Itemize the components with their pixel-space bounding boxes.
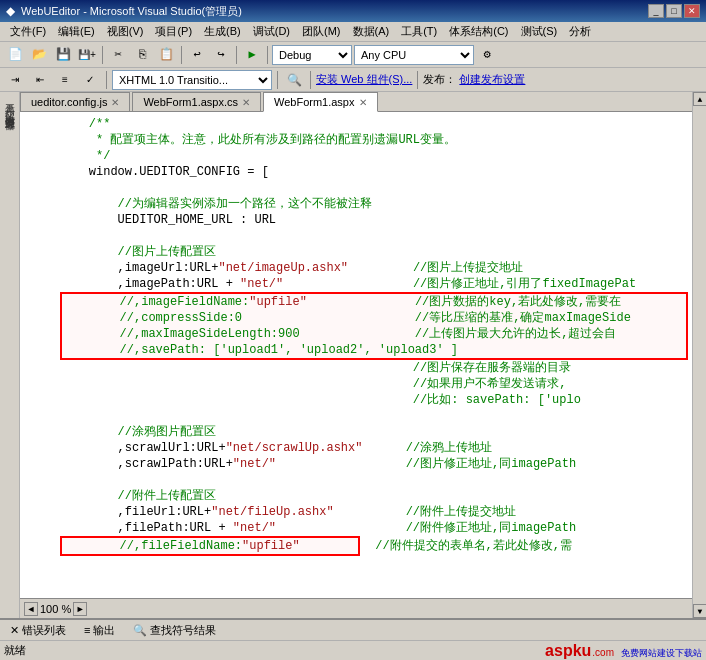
open-btn[interactable]: 📂 bbox=[28, 44, 50, 66]
indent-btn[interactable]: ⇥ bbox=[4, 69, 26, 91]
code-line: ,scrawlUrl:URL+"net/scrawlUp.ashx" //涂鸦上… bbox=[20, 440, 692, 456]
title-text: WebUEditor - Microsoft Visual Studio(管理员… bbox=[21, 4, 648, 19]
scroll-track[interactable] bbox=[693, 106, 706, 604]
code-line: //,maxImageSideLength:900 //上传图片最大允许的边长,… bbox=[62, 326, 686, 342]
menu-tools[interactable]: 工具(T) bbox=[395, 23, 443, 40]
menu-edit[interactable]: 编辑(E) bbox=[52, 23, 101, 40]
find-results-tab[interactable]: 🔍 查找符号结果 bbox=[127, 622, 222, 639]
code-line: ,imagePath:URL + "net/" //图片修正地址,引用了fixe… bbox=[20, 276, 692, 292]
error-list-label: 错误列表 bbox=[22, 623, 66, 638]
validation-dropdown[interactable]: XHTML 1.0 Transitio... bbox=[112, 70, 272, 90]
menu-analyze[interactable]: 分析 bbox=[563, 23, 597, 40]
sep3 bbox=[236, 46, 237, 64]
maximize-button[interactable]: □ bbox=[666, 4, 682, 18]
copy-btn[interactable]: ⎘ bbox=[131, 44, 153, 66]
code-line: //如果用户不希望发送请求, bbox=[20, 376, 692, 392]
debug-config-dropdown[interactable]: Debug Release bbox=[272, 45, 352, 65]
publish-label: 发布： bbox=[423, 72, 456, 87]
code-line: ,filePath:URL + "net/" //附件修正地址,同imagePa… bbox=[20, 520, 692, 536]
sidebar-editor[interactable]: 解决方案资源管理器 bbox=[3, 105, 17, 114]
zoom-status-bar: ◄ 100 % ► bbox=[20, 598, 692, 618]
find-results-label: 查找符号结果 bbox=[150, 623, 216, 638]
cut-btn[interactable]: ✂ bbox=[107, 44, 129, 66]
code-line: //图片保存在服务器端的目录 bbox=[20, 360, 692, 376]
tab-webform-aspx[interactable]: WebForm1.aspx ✕ bbox=[263, 92, 378, 112]
error-list-tab[interactable]: ✕ 错误列表 bbox=[4, 622, 72, 639]
scroll-up-btn[interactable]: ▲ bbox=[693, 92, 706, 106]
install-web-components-link[interactable]: 安装 Web 组件(S)... bbox=[316, 72, 412, 87]
menu-build[interactable]: 生成(B) bbox=[198, 23, 247, 40]
code-line: //附件上传配置区 bbox=[20, 488, 692, 504]
status-bottom-bar: 就绪 aspku .com 免费网站建设下载站 bbox=[0, 640, 706, 660]
menu-test[interactable]: 测试(S) bbox=[515, 23, 564, 40]
zoom-out-btn[interactable]: ◄ bbox=[24, 602, 38, 616]
code-line: //,imageFieldName:"upfile" //图片数据的key,若此… bbox=[62, 294, 686, 310]
new-btn[interactable]: 📄 bbox=[4, 44, 26, 66]
format-btn[interactable]: ≡ bbox=[54, 69, 76, 91]
paste-btn[interactable]: 📋 bbox=[155, 44, 177, 66]
secondary-toolbar: ⇥ ⇤ ≡ ✓ XHTML 1.0 Transitio... 🔍 安装 Web … bbox=[0, 68, 706, 92]
main-toolbar: 📄 📂 💾 💾+ ✂ ⎘ 📋 ↩ ↪ ▶ Debug Release Any C… bbox=[0, 42, 706, 68]
code-line: //为编辑器实例添加一个路径，这个不能被注释 bbox=[20, 196, 692, 212]
run-btn[interactable]: ▶ bbox=[241, 44, 263, 66]
redo-btn[interactable]: ↪ bbox=[210, 44, 232, 66]
tab-close-icon[interactable]: ✕ bbox=[359, 97, 367, 108]
tab-webform-cs[interactable]: WebForm1.aspx.cs ✕ bbox=[132, 92, 261, 111]
code-content: /** * 配置项主体。注意，此处所有涉及到路径的配置别遗漏URL变量。 */ … bbox=[20, 112, 692, 560]
aspku-logo: aspku bbox=[545, 642, 591, 660]
aspku-branding: aspku .com 免费网站建设下载站 bbox=[545, 642, 702, 660]
code-line: * 配置项主体。注意，此处所有涉及到路径的配置别遗漏URL变量。 bbox=[20, 132, 692, 148]
zoom-control: ◄ 100 % ► bbox=[24, 602, 87, 616]
code-line bbox=[20, 180, 692, 196]
save-all-btn[interactable]: 💾+ bbox=[76, 44, 98, 66]
code-editor[interactable]: /** * 配置项主体。注意，此处所有涉及到路径的配置别遗漏URL变量。 */ … bbox=[20, 112, 692, 598]
tab-close-icon[interactable]: ✕ bbox=[111, 97, 119, 108]
menu-project[interactable]: 项目(P) bbox=[149, 23, 198, 40]
menu-file[interactable]: 文件(F) bbox=[4, 23, 52, 40]
scroll-down-btn[interactable]: ▼ bbox=[693, 604, 706, 618]
code-line: //比如: savePath: ['uplo bbox=[20, 392, 692, 408]
close-button[interactable]: ✕ bbox=[684, 4, 700, 18]
sidebar-toolbox[interactable]: 工具箱 bbox=[3, 96, 17, 99]
editor-container: ueditor.config.js ✕ WebForm1.aspx.cs ✕ W… bbox=[20, 92, 692, 618]
aspku-tagline: 免费网站建设下载站 bbox=[621, 647, 702, 660]
code-line: */ bbox=[20, 148, 692, 164]
zoom-in-btn[interactable]: ► bbox=[73, 602, 87, 616]
left-sidebar: 工具箱 解决方案资源管理器 bbox=[0, 92, 20, 618]
search-btn[interactable]: 🔍 bbox=[283, 69, 305, 91]
code-line bbox=[20, 228, 692, 244]
menu-bar: 文件(F) 编辑(E) 视图(V) 项目(P) 生成(B) 调试(D) 团队(M… bbox=[0, 22, 706, 42]
menu-data[interactable]: 数据(A) bbox=[347, 23, 396, 40]
settings-btn[interactable]: ⚙ bbox=[476, 44, 498, 66]
code-line: //图片上传配置区 bbox=[20, 244, 692, 260]
menu-debug[interactable]: 调试(D) bbox=[247, 23, 296, 40]
tab-label: ueditor.config.js bbox=[31, 96, 107, 108]
tab-ueditor-config[interactable]: ueditor.config.js ✕ bbox=[20, 92, 130, 111]
outdent-btn[interactable]: ⇤ bbox=[29, 69, 51, 91]
code-line: window.UEDITOR_CONFIG = [ bbox=[20, 164, 692, 180]
main-area: 工具箱 解决方案资源管理器 ueditor.config.js ✕ WebFor… bbox=[0, 92, 706, 618]
right-scrollbar: ▲ ▼ bbox=[692, 92, 706, 618]
undo-btn[interactable]: ↩ bbox=[186, 44, 208, 66]
minimize-button[interactable]: _ bbox=[648, 4, 664, 18]
save-btn[interactable]: 💾 bbox=[52, 44, 74, 66]
error-icon: ✕ bbox=[10, 624, 19, 637]
create-publish-link[interactable]: 创建发布设置 bbox=[459, 72, 525, 87]
cpu-platform-dropdown[interactable]: Any CPU x86 x64 bbox=[354, 45, 474, 65]
sep6 bbox=[277, 71, 278, 89]
sep7 bbox=[310, 71, 311, 89]
code-line: ,imageUrl:URL+"net/imageUp.ashx" //图片上传提… bbox=[20, 260, 692, 276]
menu-architecture[interactable]: 体系结构(C) bbox=[443, 23, 514, 40]
code-line: //,compressSide:0 //等比压缩的基准,确定maxImageSi… bbox=[62, 310, 686, 326]
tab-close-icon[interactable]: ✕ bbox=[242, 97, 250, 108]
validate-btn[interactable]: ✓ bbox=[79, 69, 101, 91]
code-line bbox=[20, 408, 692, 424]
menu-view[interactable]: 视图(V) bbox=[101, 23, 150, 40]
menu-team[interactable]: 团队(M) bbox=[296, 23, 347, 40]
sep5 bbox=[106, 71, 107, 89]
code-line: /** bbox=[20, 116, 692, 132]
code-line: //涂鸦图片配置区 bbox=[20, 424, 692, 440]
output-tab[interactable]: ≡ 输出 bbox=[78, 622, 121, 639]
find-icon: 🔍 bbox=[133, 624, 147, 637]
sep1 bbox=[102, 46, 103, 64]
